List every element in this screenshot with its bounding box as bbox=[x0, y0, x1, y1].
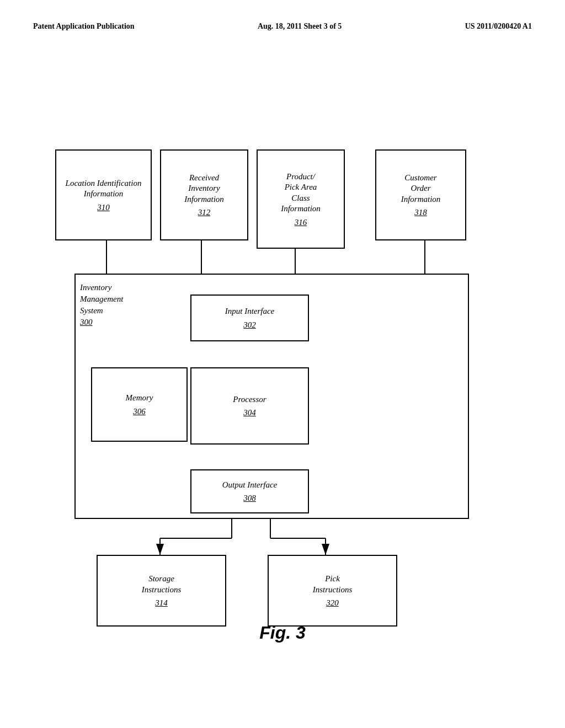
product-label: Product/Pick AreaClassInformation bbox=[281, 172, 321, 215]
header-middle: Aug. 18, 2011 Sheet 3 of 5 bbox=[258, 22, 342, 31]
memory-box: Memory 306 bbox=[91, 367, 188, 442]
header-left: Patent Application Publication bbox=[33, 22, 135, 31]
ims-label: InventoryManagementSystem 300 bbox=[80, 282, 123, 328]
ims-ref: 300 bbox=[80, 318, 93, 326]
customer-box: CustomerOrderInformation 318 bbox=[375, 149, 466, 240]
customer-ref: 318 bbox=[414, 208, 427, 217]
input-interface-box: Input Interface 302 bbox=[190, 295, 309, 341]
memory-ref: 306 bbox=[133, 407, 146, 416]
processor-ref: 304 bbox=[243, 408, 256, 417]
location-box: Location Identification Information 310 bbox=[55, 149, 152, 240]
storage-label: StorageInstructions bbox=[142, 574, 182, 595]
processor-label: Processor bbox=[233, 394, 266, 405]
received-label: ReceivedInventoryInformation bbox=[184, 173, 224, 205]
fig-caption: Fig. 3 bbox=[259, 623, 306, 643]
pick-box: PickInstructions 320 bbox=[268, 555, 397, 627]
output-interface-box: Output Interface 308 bbox=[190, 469, 309, 513]
diagram-area: Location Identification Information 310 … bbox=[0, 42, 565, 676]
input-interface-label: Input Interface bbox=[225, 306, 275, 317]
input-interface-ref: 302 bbox=[243, 320, 256, 330]
output-interface-ref: 308 bbox=[243, 494, 256, 503]
storage-box: StorageInstructions 314 bbox=[97, 555, 226, 627]
customer-label: CustomerOrderInformation bbox=[401, 173, 441, 205]
storage-ref: 314 bbox=[155, 598, 168, 608]
received-box: ReceivedInventoryInformation 312 bbox=[160, 149, 248, 240]
memory-label: Memory bbox=[126, 393, 153, 404]
product-ref: 316 bbox=[295, 218, 307, 227]
output-interface-label: Output Interface bbox=[222, 480, 278, 491]
product-box: Product/Pick AreaClassInformation 316 bbox=[257, 149, 345, 249]
pick-ref: 320 bbox=[326, 598, 339, 608]
header-right: US 2011/0200420 A1 bbox=[465, 22, 532, 31]
location-ref: 310 bbox=[97, 203, 110, 212]
location-label: Location Identification Information bbox=[62, 178, 145, 200]
received-ref: 312 bbox=[198, 208, 211, 217]
header: Patent Application Publication Aug. 18, … bbox=[0, 0, 565, 42]
pick-label: PickInstructions bbox=[313, 574, 353, 595]
processor-box: Processor 304 bbox=[190, 367, 309, 445]
